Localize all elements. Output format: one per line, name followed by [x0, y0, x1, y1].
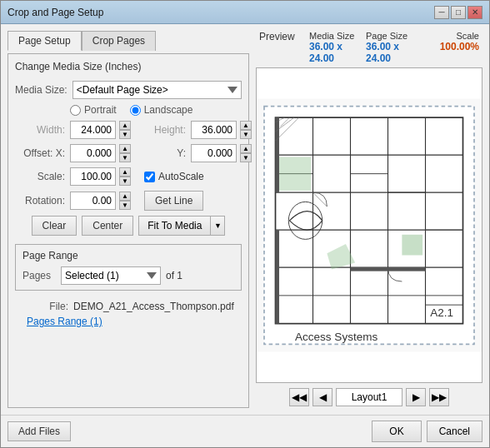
autoscale-text: AutoScale — [158, 171, 204, 182]
preview-label: Preview — [259, 31, 309, 64]
first-page-button[interactable]: ◀◀ — [289, 388, 309, 406]
rotation-spinner-buttons: ▲ ▼ — [119, 192, 131, 210]
settings-panel: Change Media Size (Inches) Media Size: <… — [8, 53, 249, 408]
width-up-button[interactable]: ▲ — [119, 121, 131, 130]
pages-select[interactable]: Selected (1) All Current — [61, 266, 161, 285]
height-up-button[interactable]: ▲ — [240, 121, 252, 130]
scale-input[interactable] — [70, 167, 116, 186]
scale-up-button[interactable]: ▲ — [119, 167, 131, 177]
fit-to-media-button[interactable]: Fit To Media — [138, 216, 210, 236]
last-page-button[interactable]: ▶▶ — [429, 388, 449, 406]
offset-row: Offset: X: ▲ ▼ Y: ▲ ▼ — [15, 144, 242, 162]
offset-y-spinner-buttons: ▲ ▼ — [240, 144, 252, 162]
main-window: Crop and Page Setup ─ □ ✕ Page Setup Cro… — [0, 0, 490, 448]
offset-y-input[interactable] — [191, 144, 237, 162]
bottom-right: OK Cancel — [372, 421, 482, 442]
bottom-bar: Add Files OK Cancel — [1, 415, 489, 447]
file-row: File: DEMO_A21_Access_Thompson.pdf — [18, 301, 238, 312]
landscape-radio[interactable] — [130, 105, 141, 116]
tab-bar: Page Setup Crop Pages — [8, 31, 249, 51]
height-input[interactable] — [191, 121, 237, 139]
window-title: Crop and Page Setup — [8, 7, 103, 18]
rotation-label: Rotation: — [15, 195, 65, 207]
bottom-left: Add Files — [8, 421, 71, 441]
offset-y-spinner: ▲ ▼ — [191, 144, 252, 162]
height-label: Height: — [136, 124, 186, 136]
landscape-radio-label[interactable]: Landscape — [130, 104, 193, 116]
portrait-label: Portrait — [84, 104, 117, 116]
offset-x-up-button[interactable]: ▲ — [119, 144, 131, 153]
navigation-bar: ◀◀ ◀ ▶ ▶▶ — [256, 383, 482, 408]
media-size-preview-value: 36.00 x 24.00 — [309, 41, 366, 64]
page-size-preview-value: 36.00 x 24.00 — [366, 41, 422, 64]
minimize-button[interactable]: ─ — [434, 6, 449, 19]
tab-crop-pages[interactable]: Crop Pages — [82, 31, 156, 51]
page-range-title: Page Range — [22, 250, 234, 261]
height-spinner: ▲ ▼ — [191, 121, 252, 139]
height-down-button[interactable]: ▼ — [240, 130, 252, 139]
file-label: File: — [18, 301, 68, 312]
tab-page-setup[interactable]: Page Setup — [8, 31, 82, 51]
svg-rect-23 — [276, 230, 280, 324]
file-section: File: DEMO_A21_Access_Thompson.pdf Pages… — [15, 296, 242, 332]
svg-text:Access Systems: Access Systems — [295, 331, 378, 343]
width-label: Width: — [15, 124, 65, 136]
width-spinner-buttons: ▲ ▼ — [119, 121, 131, 139]
svg-rect-22 — [276, 117, 280, 192]
dimensions-row: Width: ▲ ▼ Height: ▲ ▼ — [15, 121, 242, 139]
width-input[interactable] — [70, 121, 116, 139]
close-button[interactable]: ✕ — [468, 6, 482, 19]
media-size-select[interactable]: <Default Page Size> — [72, 81, 242, 99]
center-button[interactable]: Center — [82, 216, 133, 236]
panel-title: Change Media Size (Inches) — [15, 61, 242, 72]
page-range-section: Page Range Pages Selected (1) All Curren… — [15, 244, 242, 291]
blueprint-svg: A2.1 Access Systems — [257, 68, 482, 382]
prev-page-button[interactable]: ◀ — [312, 388, 332, 406]
add-files-button[interactable]: Add Files — [8, 421, 71, 441]
scale-spinner: ▲ ▼ — [70, 167, 131, 186]
get-line-button[interactable]: Get Line — [144, 191, 203, 211]
autoscale-checkbox[interactable] — [144, 172, 155, 182]
layout-name-input[interactable] — [336, 388, 402, 406]
media-size-preview-label: Media Size — [309, 31, 366, 41]
media-size-label: Media Size: — [15, 84, 68, 96]
offset-x-label: Offset: X: — [15, 147, 65, 159]
ok-button[interactable]: OK — [372, 421, 421, 442]
file-name: DEMO_A21_Access_Thompson.pdf — [73, 301, 234, 312]
of-text: of 1 — [166, 270, 182, 281]
pages-label: Pages — [22, 270, 56, 281]
maximize-button[interactable]: □ — [451, 6, 466, 19]
scale-down-button[interactable]: ▼ — [119, 177, 131, 186]
right-panel: Preview Media Size 36.00 x 24.00 Page Si… — [256, 31, 482, 408]
orientation-group: Portrait Landscape — [70, 104, 242, 116]
portrait-radio[interactable] — [70, 105, 81, 116]
title-buttons: ─ □ ✕ — [434, 6, 482, 19]
scale-row: Scale: ▲ ▼ AutoScale — [15, 167, 242, 186]
rotation-input[interactable] — [70, 192, 116, 210]
fit-to-media-split-button: Fit To Media ▼ — [138, 216, 225, 236]
offset-y-up-button[interactable]: ▲ — [240, 144, 252, 153]
rotation-down-button[interactable]: ▼ — [119, 201, 131, 210]
fit-to-media-dropdown-button[interactable]: ▼ — [210, 216, 225, 236]
main-content: Page Setup Crop Pages Change Media Size … — [1, 24, 489, 415]
rotation-row: Rotation: ▲ ▼ Get Line — [15, 191, 242, 211]
autoscale-label[interactable]: AutoScale — [144, 171, 204, 182]
width-down-button[interactable]: ▼ — [119, 130, 131, 139]
rotation-spinner: ▲ ▼ — [70, 192, 131, 210]
scale-spinner-buttons: ▲ ▼ — [119, 167, 131, 186]
clear-button[interactable]: Clear — [32, 216, 78, 236]
portrait-radio-label[interactable]: Portrait — [70, 104, 117, 116]
page-range-row: Pages Selected (1) All Current of 1 — [22, 266, 234, 285]
offset-y-down-button[interactable]: ▼ — [240, 153, 252, 162]
pages-range-link[interactable]: Pages Range (1) — [27, 316, 102, 327]
svg-rect-20 — [402, 235, 422, 256]
svg-rect-19 — [278, 157, 312, 191]
cancel-button[interactable]: Cancel — [427, 421, 482, 442]
title-bar: Crop and Page Setup ─ □ ✕ — [1, 1, 489, 24]
rotation-up-button[interactable]: ▲ — [119, 192, 131, 201]
preview-area: A2.1 Access Systems — [256, 67, 482, 383]
offset-x-input[interactable] — [70, 144, 116, 162]
next-page-button[interactable]: ▶ — [406, 388, 426, 406]
scale-preview-label: Scale — [422, 31, 479, 41]
offset-x-down-button[interactable]: ▼ — [119, 153, 131, 162]
